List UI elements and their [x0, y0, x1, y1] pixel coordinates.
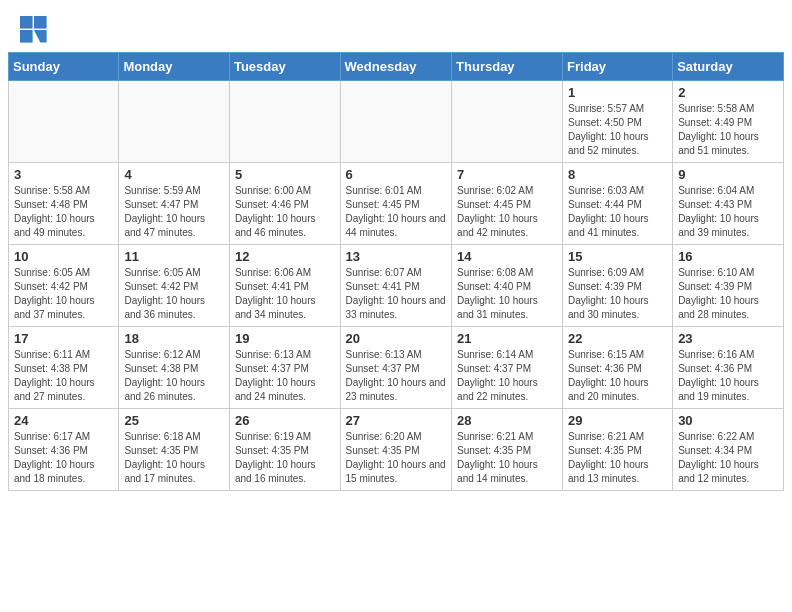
day-number: 30 — [678, 413, 778, 428]
day-info: Sunrise: 6:11 AM Sunset: 4:38 PM Dayligh… — [14, 348, 113, 404]
calendar-cell — [452, 81, 563, 163]
calendar-cell — [119, 81, 230, 163]
day-info: Sunrise: 5:58 AM Sunset: 4:49 PM Dayligh… — [678, 102, 778, 158]
logo-icon — [20, 16, 48, 44]
weekday-header-tuesday: Tuesday — [229, 53, 340, 81]
day-info: Sunrise: 6:04 AM Sunset: 4:43 PM Dayligh… — [678, 184, 778, 240]
day-number: 25 — [124, 413, 224, 428]
calendar-cell: 24Sunrise: 6:17 AM Sunset: 4:36 PM Dayli… — [9, 409, 119, 491]
day-info: Sunrise: 6:05 AM Sunset: 4:42 PM Dayligh… — [14, 266, 113, 322]
day-info: Sunrise: 6:09 AM Sunset: 4:39 PM Dayligh… — [568, 266, 667, 322]
day-info: Sunrise: 5:57 AM Sunset: 4:50 PM Dayligh… — [568, 102, 667, 158]
calendar-cell: 28Sunrise: 6:21 AM Sunset: 4:35 PM Dayli… — [452, 409, 563, 491]
day-info: Sunrise: 6:03 AM Sunset: 4:44 PM Dayligh… — [568, 184, 667, 240]
day-info: Sunrise: 6:07 AM Sunset: 4:41 PM Dayligh… — [346, 266, 447, 322]
day-info: Sunrise: 6:17 AM Sunset: 4:36 PM Dayligh… — [14, 430, 113, 486]
day-info: Sunrise: 6:01 AM Sunset: 4:45 PM Dayligh… — [346, 184, 447, 240]
day-number: 27 — [346, 413, 447, 428]
calendar-cell: 17Sunrise: 6:11 AM Sunset: 4:38 PM Dayli… — [9, 327, 119, 409]
calendar-cell: 30Sunrise: 6:22 AM Sunset: 4:34 PM Dayli… — [673, 409, 784, 491]
day-number: 6 — [346, 167, 447, 182]
day-number: 19 — [235, 331, 335, 346]
calendar-cell: 25Sunrise: 6:18 AM Sunset: 4:35 PM Dayli… — [119, 409, 230, 491]
calendar-cell: 10Sunrise: 6:05 AM Sunset: 4:42 PM Dayli… — [9, 245, 119, 327]
day-info: Sunrise: 6:21 AM Sunset: 4:35 PM Dayligh… — [457, 430, 557, 486]
week-row-1: 1Sunrise: 5:57 AM Sunset: 4:50 PM Daylig… — [9, 81, 784, 163]
calendar-cell: 2Sunrise: 5:58 AM Sunset: 4:49 PM Daylig… — [673, 81, 784, 163]
calendar-cell: 11Sunrise: 6:05 AM Sunset: 4:42 PM Dayli… — [119, 245, 230, 327]
calendar-cell: 27Sunrise: 6:20 AM Sunset: 4:35 PM Dayli… — [340, 409, 452, 491]
day-info: Sunrise: 6:15 AM Sunset: 4:36 PM Dayligh… — [568, 348, 667, 404]
day-info: Sunrise: 6:00 AM Sunset: 4:46 PM Dayligh… — [235, 184, 335, 240]
day-info: Sunrise: 5:59 AM Sunset: 4:47 PM Dayligh… — [124, 184, 224, 240]
weekday-header-sunday: Sunday — [9, 53, 119, 81]
day-info: Sunrise: 6:06 AM Sunset: 4:41 PM Dayligh… — [235, 266, 335, 322]
weekday-header-row: SundayMondayTuesdayWednesdayThursdayFrid… — [9, 53, 784, 81]
day-info: Sunrise: 6:02 AM Sunset: 4:45 PM Dayligh… — [457, 184, 557, 240]
day-info: Sunrise: 6:18 AM Sunset: 4:35 PM Dayligh… — [124, 430, 224, 486]
calendar-cell: 3Sunrise: 5:58 AM Sunset: 4:48 PM Daylig… — [9, 163, 119, 245]
calendar-cell: 16Sunrise: 6:10 AM Sunset: 4:39 PM Dayli… — [673, 245, 784, 327]
day-number: 16 — [678, 249, 778, 264]
day-number: 7 — [457, 167, 557, 182]
weekday-header-friday: Friday — [563, 53, 673, 81]
day-number: 13 — [346, 249, 447, 264]
calendar-wrapper: SundayMondayTuesdayWednesdayThursdayFrid… — [0, 52, 792, 499]
logo — [20, 16, 52, 44]
day-info: Sunrise: 6:12 AM Sunset: 4:38 PM Dayligh… — [124, 348, 224, 404]
svg-marker-3 — [34, 30, 47, 43]
day-number: 22 — [568, 331, 667, 346]
day-number: 18 — [124, 331, 224, 346]
calendar-cell: 18Sunrise: 6:12 AM Sunset: 4:38 PM Dayli… — [119, 327, 230, 409]
day-number: 8 — [568, 167, 667, 182]
calendar-cell: 22Sunrise: 6:15 AM Sunset: 4:36 PM Dayli… — [563, 327, 673, 409]
calendar-cell — [229, 81, 340, 163]
calendar-cell: 1Sunrise: 5:57 AM Sunset: 4:50 PM Daylig… — [563, 81, 673, 163]
calendar-cell: 15Sunrise: 6:09 AM Sunset: 4:39 PM Dayli… — [563, 245, 673, 327]
day-number: 1 — [568, 85, 667, 100]
day-info: Sunrise: 6:05 AM Sunset: 4:42 PM Dayligh… — [124, 266, 224, 322]
day-number: 2 — [678, 85, 778, 100]
svg-rect-0 — [20, 16, 33, 29]
day-info: Sunrise: 6:16 AM Sunset: 4:36 PM Dayligh… — [678, 348, 778, 404]
day-info: Sunrise: 6:13 AM Sunset: 4:37 PM Dayligh… — [235, 348, 335, 404]
calendar-cell: 26Sunrise: 6:19 AM Sunset: 4:35 PM Dayli… — [229, 409, 340, 491]
day-number: 12 — [235, 249, 335, 264]
day-info: Sunrise: 6:21 AM Sunset: 4:35 PM Dayligh… — [568, 430, 667, 486]
day-info: Sunrise: 6:14 AM Sunset: 4:37 PM Dayligh… — [457, 348, 557, 404]
day-number: 5 — [235, 167, 335, 182]
day-number: 29 — [568, 413, 667, 428]
day-number: 17 — [14, 331, 113, 346]
calendar-cell: 9Sunrise: 6:04 AM Sunset: 4:43 PM Daylig… — [673, 163, 784, 245]
weekday-header-saturday: Saturday — [673, 53, 784, 81]
day-number: 24 — [14, 413, 113, 428]
day-number: 10 — [14, 249, 113, 264]
day-number: 3 — [14, 167, 113, 182]
week-row-2: 3Sunrise: 5:58 AM Sunset: 4:48 PM Daylig… — [9, 163, 784, 245]
calendar-cell: 7Sunrise: 6:02 AM Sunset: 4:45 PM Daylig… — [452, 163, 563, 245]
calendar-cell: 21Sunrise: 6:14 AM Sunset: 4:37 PM Dayli… — [452, 327, 563, 409]
day-number: 4 — [124, 167, 224, 182]
weekday-header-monday: Monday — [119, 53, 230, 81]
calendar-cell: 6Sunrise: 6:01 AM Sunset: 4:45 PM Daylig… — [340, 163, 452, 245]
calendar-cell: 23Sunrise: 6:16 AM Sunset: 4:36 PM Dayli… — [673, 327, 784, 409]
page-header — [0, 0, 792, 52]
weekday-header-wednesday: Wednesday — [340, 53, 452, 81]
day-info: Sunrise: 6:13 AM Sunset: 4:37 PM Dayligh… — [346, 348, 447, 404]
day-info: Sunrise: 6:20 AM Sunset: 4:35 PM Dayligh… — [346, 430, 447, 486]
day-number: 23 — [678, 331, 778, 346]
weekday-header-thursday: Thursday — [452, 53, 563, 81]
day-number: 26 — [235, 413, 335, 428]
day-info: Sunrise: 6:19 AM Sunset: 4:35 PM Dayligh… — [235, 430, 335, 486]
calendar-cell: 14Sunrise: 6:08 AM Sunset: 4:40 PM Dayli… — [452, 245, 563, 327]
svg-rect-1 — [34, 16, 47, 29]
day-number: 14 — [457, 249, 557, 264]
week-row-4: 17Sunrise: 6:11 AM Sunset: 4:38 PM Dayli… — [9, 327, 784, 409]
calendar-cell: 12Sunrise: 6:06 AM Sunset: 4:41 PM Dayli… — [229, 245, 340, 327]
calendar-cell — [340, 81, 452, 163]
day-info: Sunrise: 6:08 AM Sunset: 4:40 PM Dayligh… — [457, 266, 557, 322]
calendar-cell: 19Sunrise: 6:13 AM Sunset: 4:37 PM Dayli… — [229, 327, 340, 409]
calendar-cell: 5Sunrise: 6:00 AM Sunset: 4:46 PM Daylig… — [229, 163, 340, 245]
week-row-3: 10Sunrise: 6:05 AM Sunset: 4:42 PM Dayli… — [9, 245, 784, 327]
day-number: 20 — [346, 331, 447, 346]
